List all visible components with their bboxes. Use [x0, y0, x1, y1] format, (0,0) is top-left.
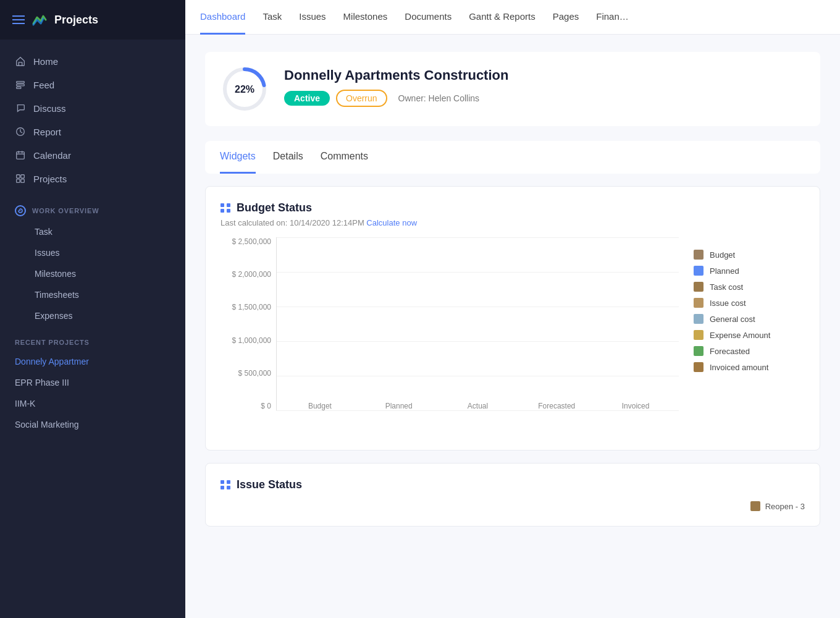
hamburger-icon[interactable] [12, 15, 25, 24]
svg-rect-8 [21, 179, 24, 182]
legend-task-cost: Task cost [694, 282, 805, 292]
widget-dots-icon [220, 203, 230, 213]
sidebar-subitem-issues[interactable]: Issues [0, 242, 185, 263]
recent-project-epr[interactable]: EPR Phase III [0, 372, 185, 393]
work-overview-label: WORK OVERVIEW [32, 207, 99, 214]
svg-rect-1 [17, 84, 25, 86]
chart-area: $ 2,500,000 $ 2,000,000 $ 1,500,000 $ 1,… [220, 237, 805, 435]
recent-project-donnely[interactable]: Donnely Appartmer [0, 351, 185, 372]
top-nav-pages[interactable]: Pages [553, 0, 579, 35]
bar-planned-label: Planned [385, 402, 413, 410]
project-name: Donnelly Apartments Construction [284, 67, 805, 83]
top-nav-gantt[interactable]: Gantt & Reports [469, 0, 536, 35]
sidebar: Projects Home Feed Discuss [0, 0, 185, 618]
sidebar-item-discuss-label: Discuss [33, 103, 66, 114]
legend-forecasted-label: Forecasted [710, 347, 750, 356]
top-nav-issues[interactable]: Issues [299, 0, 326, 35]
home-icon [15, 56, 26, 67]
work-overview-header: WORK OVERVIEW [0, 200, 185, 221]
legend-planned-label: Planned [710, 266, 739, 276]
project-info: Donnelly Apartments Construction Active … [284, 67, 805, 111]
y-label-1500k: $ 1,500,000 [232, 303, 271, 311]
reopen-item: Reopen - 3 [750, 501, 805, 511]
project-badges: Active Overrun Owner: Helen Collins [284, 90, 805, 107]
sidebar-item-projects-label: Projects [33, 174, 67, 184]
sidebar-item-projects[interactable]: Projects [0, 167, 185, 190]
reopen-color [750, 501, 760, 511]
svg-rect-6 [21, 175, 24, 178]
legend-issue-cost: Issue cost [694, 298, 805, 308]
report-icon [15, 126, 26, 137]
svg-rect-5 [17, 175, 20, 178]
tab-widgets[interactable]: Widgets [220, 141, 256, 174]
y-label-500k: $ 500,000 [238, 369, 271, 378]
top-nav-finance[interactable]: Finan… [596, 0, 629, 35]
feed-icon [15, 79, 26, 90]
calculate-now-link[interactable]: Calculate now [366, 218, 417, 227]
legend-task-cost-color [694, 282, 704, 292]
top-nav-milestones[interactable]: Milestones [343, 0, 388, 35]
legend-general-cost-label: General cost [710, 315, 755, 324]
sidebar-item-calendar[interactable]: Calendar [0, 143, 185, 167]
legend-invoiced-amount-label: Invoiced amount [710, 363, 768, 372]
projects-icon [15, 173, 26, 184]
budget-status-widget: Budget Status Last calculated on: 10/14/… [205, 186, 820, 451]
sidebar-item-home[interactable]: Home [0, 49, 185, 73]
recent-projects-label: RECENT PROJECTS [0, 326, 185, 351]
sidebar-nav: Home Feed Discuss Report [0, 40, 185, 200]
svg-rect-4 [17, 152, 25, 159]
legend-budget-label: Budget [710, 250, 735, 260]
legend-planned-color [694, 266, 704, 276]
project-owner: Owner: Helen Collins [398, 93, 480, 103]
tab-details[interactable]: Details [273, 141, 303, 174]
recent-project-iimk[interactable]: IIM-K [0, 393, 185, 414]
issue-widget-title: Issue Status [237, 478, 302, 491]
top-nav-dashboard[interactable]: Dashboard [200, 0, 245, 35]
bar-invoiced-label: Invoiced [622, 402, 650, 410]
bar-budget-label: Budget [308, 402, 332, 410]
calendar-icon [15, 150, 26, 161]
sidebar-item-discuss[interactable]: Discuss [0, 96, 185, 120]
legend-forecasted-color [694, 346, 704, 356]
bar-forecasted: Forecasted [526, 397, 587, 410]
bar-forecasted-label: Forecasted [538, 402, 575, 410]
legend-invoiced-amount: Invoiced amount [694, 362, 805, 372]
tab-comments[interactable]: Comments [321, 141, 368, 174]
sidebar-item-feed[interactable]: Feed [0, 73, 185, 96]
sidebar-subitem-task[interactable]: Task [0, 221, 185, 242]
legend-forecasted: Forecasted [694, 346, 805, 356]
y-axis: $ 2,500,000 $ 2,000,000 $ 1,500,000 $ 1,… [220, 237, 276, 410]
svg-rect-0 [17, 82, 25, 83]
issue-status-widget: Issue Status Reopen - 3 [205, 463, 820, 527]
y-label-0: $ 0 [261, 402, 271, 410]
legend-general-cost-color [694, 314, 704, 324]
bars-area: Budget Planned Actual Forecasted [276, 237, 679, 410]
sidebar-subitem-timesheets[interactable]: Timesheets [0, 284, 185, 305]
legend-task-cost-label: Task cost [710, 282, 743, 292]
top-nav-task[interactable]: Task [262, 0, 282, 35]
circle-arrow-icon [15, 205, 26, 216]
issue-widget-header: Issue Status [220, 478, 805, 491]
legend-invoiced-amount-color [694, 362, 704, 372]
sidebar-item-report[interactable]: Report [0, 120, 185, 143]
overrun-badge: Overrun [336, 90, 387, 107]
svg-rect-7 [17, 179, 20, 182]
legend-planned: Planned [694, 266, 805, 276]
discuss-icon [15, 103, 26, 114]
y-label-1000k: $ 1,000,000 [232, 336, 271, 345]
sidebar-subitem-milestones[interactable]: Milestones [0, 263, 185, 284]
sidebar-header: Projects [0, 0, 185, 40]
chart-legend: Budget Planned Task cost Issue cost [694, 237, 805, 435]
reopen-label: Reopen - 3 [765, 502, 805, 511]
sidebar-item-feed-label: Feed [33, 80, 54, 90]
recent-project-social[interactable]: Social Marketing [0, 414, 185, 435]
legend-expense-amount: Expense Amount [694, 330, 805, 340]
legend-expense-amount-label: Expense Amount [710, 331, 770, 340]
legend-issue-cost-color [694, 298, 704, 308]
budget-widget-subtitle: Last calculated on: 10/14/2020 12:14PM C… [220, 218, 805, 227]
sidebar-subitem-expenses[interactable]: Expenses [0, 305, 185, 326]
bar-actual: Actual [447, 397, 509, 410]
legend-issue-cost-label: Issue cost [710, 298, 746, 308]
top-nav-documents[interactable]: Documents [405, 0, 452, 35]
svg-rect-2 [17, 87, 21, 89]
